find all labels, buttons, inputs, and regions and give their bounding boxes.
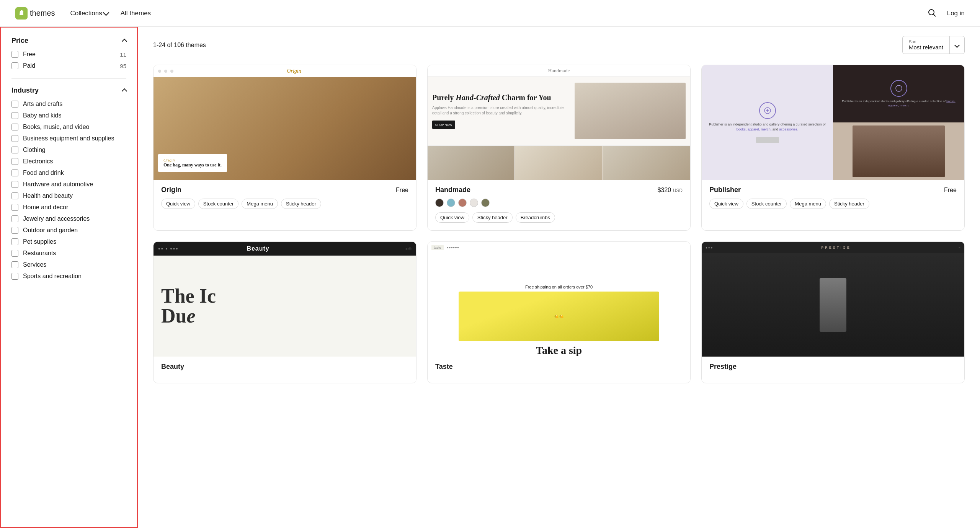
prestige-theme-preview: ●●● PRESTIGE ≡ xyxy=(702,242,964,357)
price-section-header[interactable]: Price xyxy=(11,37,126,45)
industry-section-title: Industry xyxy=(11,86,39,95)
origin-tag-sticky[interactable]: Sticky header xyxy=(281,199,321,209)
origin-tag-stock[interactable]: Stock counter xyxy=(198,199,239,209)
filter-count-paid: 95 xyxy=(120,63,126,69)
filter-checkbox-outdoor[interactable] xyxy=(11,227,18,234)
filter-divider xyxy=(11,78,126,79)
nav-all-themes[interactable]: All themes xyxy=(121,10,151,17)
sort-label: Sort xyxy=(909,39,943,44)
filter-checkbox-services[interactable] xyxy=(11,261,18,268)
taste-theme-name: Taste xyxy=(435,363,453,371)
swatch-light[interactable] xyxy=(470,199,478,207)
publisher-tag-mega[interactable]: Mega menu xyxy=(790,199,826,209)
origin-theme-price: Free xyxy=(396,187,408,194)
sort-value: Most relevant xyxy=(909,44,943,51)
handmade-tag-sticky[interactable]: Sticky header xyxy=(472,212,513,223)
filter-item-sports: Sports and recreation xyxy=(11,273,126,280)
filter-checkbox-clothing[interactable] xyxy=(11,147,18,153)
filter-item-electronics: Electronics xyxy=(11,158,126,165)
publisher-theme-info: Publisher Free Quick view Stock counter … xyxy=(702,180,964,217)
filter-item-home: Home and decor xyxy=(11,204,126,211)
filter-item-health: Health and beauty xyxy=(11,192,126,199)
price-filter-section: Price Free 11 Paid 95 xyxy=(11,37,126,69)
filter-checkbox-baby[interactable] xyxy=(11,112,18,119)
filter-item-food: Food and drink xyxy=(11,169,126,176)
svg-point-2 xyxy=(22,15,23,16)
handmade-theme-name: Handmade xyxy=(435,186,470,194)
filter-item-paid: Paid 95 xyxy=(11,62,126,69)
logo[interactable]: themes xyxy=(15,7,55,20)
svg-point-6 xyxy=(896,85,902,91)
main-content: Price Free 11 Paid 95 Ind xyxy=(0,27,980,528)
publisher-theme-price: Free xyxy=(944,187,957,194)
filter-checkbox-home[interactable] xyxy=(11,204,18,211)
filter-checkbox-business[interactable] xyxy=(11,135,18,142)
origin-tag-quickview[interactable]: Quick view xyxy=(161,199,195,209)
filter-checkbox-arts[interactable] xyxy=(11,101,18,108)
login-button[interactable]: Log in xyxy=(947,10,965,17)
origin-theme-info: Origin Free Quick view Stock counter Meg… xyxy=(154,180,416,217)
industry-filter-section: Industry Arts and crafts Baby and kids B xyxy=(11,86,126,280)
theme-card-publisher[interactable]: Publisher is an independent studio and g… xyxy=(701,65,965,231)
filter-item-clothing: Clothing xyxy=(11,147,126,153)
publisher-tag-sticky[interactable]: Sticky header xyxy=(829,199,869,209)
publisher-tag-quickview[interactable]: Quick view xyxy=(709,199,743,209)
filter-checkbox-health[interactable] xyxy=(11,192,18,199)
filter-item-outdoor: Outdoor and garden xyxy=(11,227,126,234)
filter-checkbox-pet[interactable] xyxy=(11,238,18,245)
shopify-bag-icon xyxy=(15,7,28,20)
theme-card-handmade[interactable]: Handmade Purely Hand-Crafted Charm for Y… xyxy=(427,65,691,231)
filter-item-baby: Baby and kids xyxy=(11,112,126,119)
nav-collections[interactable]: Collections xyxy=(70,10,108,17)
theme-card-prestige[interactable]: ●●● PRESTIGE ≡ Prestige xyxy=(701,241,965,383)
price-section-title: Price xyxy=(11,37,28,45)
handmade-tag-quickview[interactable]: Quick view xyxy=(435,212,469,223)
filter-checkbox-food[interactable] xyxy=(11,169,18,176)
themes-content: 1-24 of 106 themes Sort Most relevant xyxy=(138,27,980,528)
swatch-rose[interactable] xyxy=(458,199,467,207)
swatch-olive[interactable] xyxy=(481,199,490,207)
themes-grid: Origin Origin One bag, many ways to use … xyxy=(153,65,965,383)
industry-section-header[interactable]: Industry xyxy=(11,86,126,95)
taste-theme-preview: taste ●●●●●● Free shipping on all orders… xyxy=(428,242,690,357)
filter-checkbox-electronics[interactable] xyxy=(11,158,18,165)
svg-point-1 xyxy=(20,15,21,16)
filter-checkbox-restaurants[interactable] xyxy=(11,250,18,257)
handmade-theme-info: Handmade $320 USD Quick view Sticky head… xyxy=(428,180,690,230)
handmade-theme-tags: Quick view Sticky header Breadcrumbs xyxy=(435,212,683,223)
filter-item-free: Free 11 xyxy=(11,51,126,58)
filter-checkbox-paid[interactable] xyxy=(11,62,18,69)
filter-label-paid: Paid xyxy=(23,62,35,69)
filter-item-hardware: Hardware and automotive xyxy=(11,181,126,188)
sort-dropdown-button[interactable] xyxy=(950,40,964,50)
filter-checkbox-jewelry[interactable] xyxy=(11,215,18,222)
prestige-theme-info: Prestige xyxy=(702,357,964,383)
filter-checkbox-free[interactable] xyxy=(11,51,18,58)
publisher-theme-name: Publisher xyxy=(709,186,741,194)
swatch-blue[interactable] xyxy=(447,199,455,207)
price-chevron-icon xyxy=(122,39,127,44)
theme-card-taste[interactable]: taste ●●●●●● Free shipping on all orders… xyxy=(427,241,691,383)
main-nav: Collections All themes xyxy=(70,10,926,17)
beauty-theme-preview: ●● ● ●●● Beauty ≡ ◎ The IcDue xyxy=(154,242,416,357)
results-count: 1-24 of 106 themes xyxy=(153,42,206,49)
logo-text: themes xyxy=(30,9,55,18)
prestige-theme-name: Prestige xyxy=(709,363,737,371)
publisher-theme-tags: Quick view Stock counter Mega menu Stick… xyxy=(709,199,957,209)
header-actions: Log in xyxy=(926,7,965,20)
origin-tag-mega[interactable]: Mega menu xyxy=(242,199,278,209)
theme-card-beauty[interactable]: ●● ● ●●● Beauty ≡ ◎ The IcDue Beauty xyxy=(153,241,416,383)
filter-checkbox-books[interactable] xyxy=(11,124,18,130)
theme-card-origin[interactable]: Origin Origin One bag, many ways to use … xyxy=(153,65,416,231)
swatch-dark[interactable] xyxy=(435,199,444,207)
filter-checkbox-hardware[interactable] xyxy=(11,181,18,188)
origin-theme-tags: Quick view Stock counter Mega menu Stick… xyxy=(161,199,408,209)
content-header: 1-24 of 106 themes Sort Most relevant xyxy=(153,36,965,54)
handmade-theme-preview: Handmade Purely Hand-Crafted Charm for Y… xyxy=(428,65,690,180)
filter-item-arts: Arts and crafts xyxy=(11,101,126,108)
filter-checkbox-sports[interactable] xyxy=(11,273,18,280)
publisher-tag-stock[interactable]: Stock counter xyxy=(746,199,787,209)
search-button[interactable] xyxy=(926,7,938,20)
handmade-tag-breadcrumbs[interactable]: Breadcrumbs xyxy=(516,212,555,223)
sort-container[interactable]: Sort Most relevant xyxy=(902,36,965,54)
